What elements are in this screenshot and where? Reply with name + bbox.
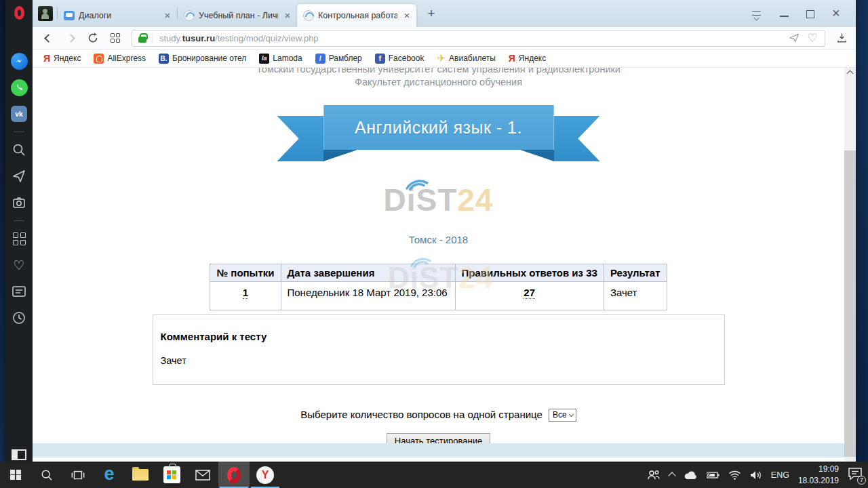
search-icon (41, 469, 53, 481)
navigation-toolbar: study.tusur.ru/testing/mod/quiz/view.php (33, 27, 856, 49)
bookmark-lamoda[interactable]: laLamoda (259, 54, 302, 64)
back-button[interactable] (42, 32, 54, 44)
col-result: Результат (604, 264, 667, 282)
mail-button[interactable] (187, 462, 218, 488)
secure-lock-icon[interactable] (138, 37, 146, 43)
bookmark-yandex[interactable]: ЯЯндекс (43, 53, 81, 64)
forward-button[interactable] (64, 32, 77, 44)
downloads-icon[interactable] (835, 32, 848, 44)
store-icon (163, 466, 180, 483)
battery-icon[interactable] (706, 471, 719, 479)
tab-close-icon[interactable] (282, 10, 293, 21)
whatsapp-icon[interactable] (10, 79, 28, 96)
bookmark-avia[interactable]: Авиабилеты (437, 52, 495, 64)
store-button[interactable] (156, 462, 187, 488)
edge-button[interactable] (94, 462, 125, 488)
ribbon-fold-left (323, 150, 357, 161)
correct-answers-link[interactable]: 27 (524, 287, 535, 299)
address-bar[interactable]: study.tusur.ru/testing/mod/quiz/view.php (132, 30, 825, 47)
minimize-button[interactable] (780, 16, 789, 17)
tab-bar: Диалоги Учебный план - Личный Контрольна… (33, 0, 856, 27)
personal-news-icon[interactable] (10, 283, 28, 300)
history-clock-icon[interactable] (10, 309, 28, 327)
maximize-button[interactable] (806, 10, 814, 18)
university-name: Томский государственный университет сист… (33, 68, 844, 75)
my-flow-icon[interactable] (10, 167, 28, 185)
clock-date-value: 18.03.2019 (798, 475, 839, 486)
bookmark-booking[interactable]: B.Бронирование отел (159, 54, 246, 64)
scrollbar[interactable] (844, 68, 856, 462)
bookmark-aliexpress[interactable]: AliExpress (94, 54, 146, 64)
vk-icon[interactable] (10, 105, 28, 123)
my-flow-share-icon[interactable] (788, 32, 800, 44)
clock-date[interactable]: 19:09 18.03.2019 (798, 464, 839, 485)
search-tabs-icon[interactable] (10, 141, 28, 159)
speed-dial-grid-icon[interactable] (109, 32, 121, 44)
chevron-down-icon (569, 411, 574, 416)
volume-icon[interactable] (750, 470, 762, 480)
comment-body: Зачет (161, 355, 717, 366)
web-page: Томский государственный университет сист… (33, 68, 844, 462)
tab-study-plan[interactable]: Учебный план - Личный (178, 4, 297, 27)
folder-icon (132, 469, 149, 481)
url-text[interactable]: study.tusur.ru/testing/mod/quiz/view.php (159, 33, 782, 43)
hidden-icons-chevron-icon[interactable] (668, 472, 675, 479)
airplane-icon (437, 52, 446, 64)
sidebar-toggle-icon[interactable] (12, 449, 26, 460)
wifi-arcs-icon (403, 174, 431, 190)
bookmark-yandex-2[interactable]: ЯЯндекс (509, 53, 546, 64)
new-tab-button[interactable] (422, 5, 441, 22)
yandex-browser-button[interactable] (250, 462, 281, 488)
notification-badge: 7 (857, 476, 866, 485)
taskbar-search-button[interactable] (31, 462, 62, 488)
wifi-icon[interactable] (728, 470, 741, 480)
tab-close-icon[interactable] (162, 10, 173, 21)
table-header-row: № попытки Дата завершения Правильных отв… (210, 264, 667, 282)
pinned-tab[interactable] (38, 6, 53, 21)
browser-window: Диалоги Учебный план - Личный Контрольна… (5, 0, 856, 462)
tab-quiz-active[interactable]: Контрольная работа по д (297, 4, 416, 27)
yandex-icon: Я (43, 53, 50, 64)
speed-dial-icon[interactable] (10, 230, 28, 247)
tab-close-icon[interactable] (401, 10, 412, 21)
desktop: Диалоги Учебный план - Личный Контрольна… (0, 0, 868, 488)
tab-dialogs[interactable]: Диалоги (58, 4, 177, 27)
action-center-button[interactable]: 7 (848, 467, 864, 483)
sidebar-divider (14, 220, 24, 221)
clock-time: 19:09 (798, 464, 839, 474)
page-footer-band (33, 443, 844, 458)
attempt-number-link[interactable]: 1 (243, 287, 248, 299)
tab-title: Диалоги (79, 11, 158, 20)
opera-taskbar-button[interactable] (218, 462, 250, 488)
city-year: Томск - 2018 (33, 234, 844, 245)
task-view-button[interactable] (62, 462, 94, 488)
start-button[interactable] (0, 462, 31, 488)
tab-menu-icon[interactable] (751, 10, 762, 18)
file-explorer-button[interactable] (125, 462, 156, 488)
messenger-icon[interactable] (10, 52, 28, 70)
scroll-up-arrow-icon[interactable] (847, 70, 854, 77)
col-finish-date: Дата завершения (281, 264, 455, 282)
bookmark-facebook[interactable]: fFacebook (375, 54, 425, 64)
table-row: 1 Понедельник 18 Март 2019, 23:06 27 Зач… (210, 282, 667, 310)
language-indicator[interactable]: ENG (771, 470, 789, 480)
people-icon[interactable] (647, 470, 660, 481)
tab-title: Контрольная работа по д (318, 11, 397, 20)
ribbon-right-tail (553, 116, 600, 161)
dist24-logo: DiST24 (33, 184, 844, 216)
per-page-select[interactable]: Все (549, 409, 576, 422)
bookmark-rambler[interactable]: /Рамблер (315, 54, 362, 64)
bookmarks-heart-icon[interactable] (10, 256, 28, 274)
snapshot-camera-icon[interactable] (10, 194, 28, 211)
url-divider (153, 33, 153, 43)
faculty-name: Факультет дистанционного обучения (33, 77, 844, 87)
comment-box: Комментарий к тесту Зачет (153, 314, 725, 385)
onedrive-cloud-icon[interactable] (684, 470, 697, 480)
windows-logo-icon (10, 470, 21, 481)
attempts-table: № попытки Дата завершения Правильных отв… (210, 264, 667, 310)
reload-button[interactable] (87, 32, 99, 44)
close-button[interactable] (832, 9, 842, 19)
scrollbar-thumb[interactable] (844, 150, 856, 457)
bookmark-heart-icon[interactable] (806, 32, 818, 44)
system-tray: ENG 19:09 18.03.2019 7 (647, 462, 868, 488)
